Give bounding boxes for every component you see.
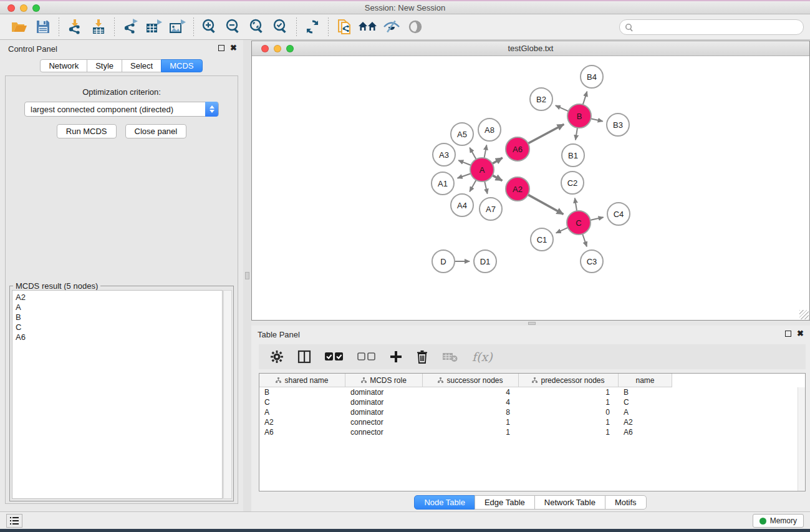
minimize-network-window-button[interactable]	[274, 45, 281, 52]
close-panel-icon[interactable]: ✖	[230, 44, 237, 52]
result-item[interactable]: B	[16, 312, 222, 322]
network-canvas[interactable]: AA1A2A3A4A5A6A7A8BB1B2B3B4CC1C2C3C4DD1	[252, 56, 809, 320]
cell-successor-nodes[interactable]: 1	[423, 418, 519, 427]
network-window-titlebar[interactable]: testGlobe.txt	[252, 41, 809, 56]
edge-C-C3[interactable]	[582, 234, 587, 246]
import-table-icon[interactable]	[87, 16, 110, 37]
network-graph[interactable]: AA1A2A3A4A5A6A7A8BB1B2B3B4CC1C2C3C4DD1	[252, 56, 809, 320]
edge-C-C1[interactable]	[556, 228, 568, 233]
export-table-icon[interactable]	[142, 16, 166, 37]
edge-A-A7[interactable]	[485, 181, 487, 194]
edge-B-B3[interactable]	[591, 118, 603, 121]
refresh-icon[interactable]	[301, 16, 324, 37]
cell-name[interactable]: C	[619, 398, 672, 407]
edge-A-A1[interactable]	[458, 173, 471, 178]
table-row[interactable]: Cdominator41C	[259, 397, 805, 407]
tab-edge-table[interactable]: Edge Table	[475, 495, 535, 510]
clone-network-icon[interactable]	[332, 16, 356, 37]
memory-button[interactable]: Memory	[753, 514, 804, 528]
minimize-window-button[interactable]	[20, 4, 27, 12]
edge-A2-C[interactable]	[528, 195, 564, 214]
table-row[interactable]: A6connector11A6	[259, 427, 805, 437]
divider-grip[interactable]	[245, 272, 249, 279]
mcds-result-list[interactable]: A2ABCA6	[12, 290, 223, 499]
delete-table-icon[interactable]	[442, 349, 458, 365]
column-icon[interactable]	[297, 349, 311, 365]
horizontal-split-divider[interactable]	[251, 321, 810, 326]
vertical-split-divider[interactable]	[243, 40, 251, 511]
edge-A-A8[interactable]	[485, 145, 487, 158]
tab-style[interactable]: Style	[87, 59, 122, 72]
cell-MCDS-role[interactable]: dominator	[345, 408, 423, 417]
delete-icon[interactable]	[416, 349, 428, 365]
tab-network[interactable]: Network	[40, 59, 87, 72]
cell-shared-name[interactable]: A2	[259, 418, 345, 427]
cell-predecessor-nodes[interactable]: 1	[519, 388, 619, 397]
cell-shared-name[interactable]: B	[259, 388, 345, 397]
zoom-fit-icon[interactable]	[245, 16, 269, 37]
cell-successor-nodes[interactable]: 1	[423, 428, 519, 437]
edge-C-C2[interactable]	[575, 198, 577, 211]
column-header-name[interactable]: name	[619, 374, 672, 387]
result-scrollbar[interactable]	[223, 290, 232, 499]
cell-MCDS-role[interactable]: dominator	[345, 398, 423, 407]
tab-network-table[interactable]: Network Table	[534, 495, 605, 510]
result-item[interactable]: A	[16, 302, 222, 312]
cell-MCDS-role[interactable]: connector	[345, 418, 423, 427]
edge-A-A2[interactable]	[493, 175, 503, 181]
close-table-panel-icon[interactable]: ✖	[797, 330, 804, 337]
table-row[interactable]: A2connector11A2	[259, 417, 805, 427]
search-input[interactable]	[637, 23, 798, 32]
import-network-icon[interactable]	[63, 16, 87, 37]
zoom-window-button[interactable]	[32, 4, 40, 12]
zoom-out-icon[interactable]	[221, 16, 245, 37]
run-mcds-button[interactable]: Run MCDS	[57, 124, 117, 138]
cyndex-home-icon[interactable]	[356, 16, 380, 37]
column-header-predecessor-nodes[interactable]: predecessor nodes	[519, 374, 619, 387]
result-item[interactable]: C	[16, 322, 222, 332]
tab-node-table[interactable]: Node Table	[414, 495, 475, 510]
cell-shared-name[interactable]: A	[259, 408, 345, 417]
close-network-window-button[interactable]	[261, 45, 269, 52]
cell-name[interactable]: B	[619, 388, 672, 397]
deselect-all-icon[interactable]	[357, 349, 376, 365]
hide-details-icon[interactable]	[380, 16, 403, 37]
result-item[interactable]: A2	[16, 293, 222, 302]
cell-successor-nodes[interactable]: 8	[423, 408, 519, 417]
edge-B-B2[interactable]	[556, 105, 569, 111]
edge-A-A6[interactable]	[492, 158, 502, 163]
cell-successor-nodes[interactable]: 4	[423, 388, 519, 397]
float-panel-icon[interactable]	[218, 45, 224, 51]
tab-motifs[interactable]: Motifs	[605, 495, 647, 510]
zoom-network-window-button[interactable]	[286, 45, 294, 52]
select-all-icon[interactable]	[325, 349, 344, 365]
close-window-button[interactable]	[7, 4, 15, 12]
edge-B-B4[interactable]	[583, 92, 587, 105]
divider-grip[interactable]	[528, 322, 536, 325]
search-box[interactable]	[619, 19, 804, 35]
cell-MCDS-role[interactable]: connector	[345, 428, 423, 437]
zoom-in-icon[interactable]	[198, 16, 221, 37]
cell-shared-name[interactable]: C	[259, 398, 345, 407]
export-image-icon[interactable]	[166, 16, 190, 37]
close-panel-button[interactable]: Close panel	[125, 124, 187, 138]
gear-icon[interactable]	[270, 349, 284, 365]
cell-predecessor-nodes[interactable]: 1	[519, 428, 619, 437]
edge-A-A4[interactable]	[470, 180, 476, 192]
cell-successor-nodes[interactable]: 4	[423, 398, 519, 407]
tab-select[interactable]: Select	[122, 59, 162, 72]
column-header-MCDS-role[interactable]: MCDS role	[345, 374, 423, 387]
cell-predecessor-nodes[interactable]: 1	[519, 398, 619, 407]
show-graphics-details-icon[interactable]	[403, 16, 427, 37]
cell-name[interactable]: A2	[619, 418, 672, 427]
table-row[interactable]: Bdominator41B	[259, 387, 805, 397]
edge-A-A5[interactable]	[470, 148, 476, 160]
float-table-panel-icon[interactable]	[785, 331, 791, 337]
edge-A-A3[interactable]	[458, 160, 471, 165]
export-network-icon[interactable]	[118, 16, 142, 37]
edge-B-B1[interactable]	[576, 128, 577, 140]
criterion-dropdown[interactable]: largest connected component (directed)	[24, 102, 219, 117]
cell-shared-name[interactable]: A6	[259, 428, 345, 437]
result-item[interactable]: A6	[16, 332, 222, 342]
title-bar[interactable]: Session: New Session	[0, 1, 810, 14]
